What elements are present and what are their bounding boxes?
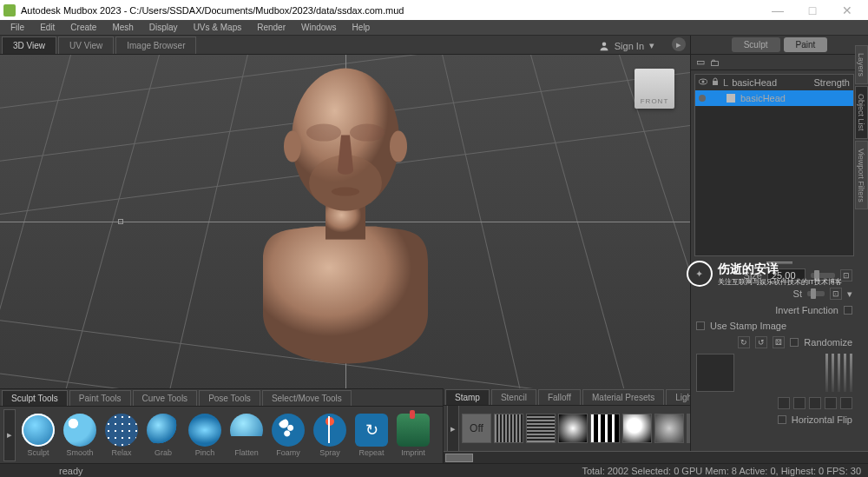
shelf-scroll-left[interactable]: ▸ [3, 409, 16, 461]
invert-checkbox[interactable] [844, 306, 852, 315]
minimize-button[interactable]: — [760, 1, 795, 20]
tool-grab[interactable]: Grab [144, 414, 182, 457]
menu-windows[interactable]: Windows [294, 21, 344, 34]
tab-3d-view[interactable]: 3D View [2, 36, 56, 54]
stamp-preset-4[interactable] [590, 414, 620, 443]
randomize-icon[interactable]: ⚄ [773, 336, 785, 348]
tab-uv-view[interactable]: UV View [58, 36, 114, 54]
tool-pinch[interactable]: Pinch [186, 414, 224, 457]
menu-uvs-maps[interactable]: UVs & Maps [187, 21, 249, 34]
stamp-opt-4[interactable] [825, 397, 837, 409]
stamp-option-icons [778, 397, 852, 409]
tool-sculpt[interactable]: Sculpt [19, 414, 57, 457]
side-tab-object-list[interactable]: Object List [855, 86, 868, 139]
grab-icon [147, 414, 180, 447]
watermark-subtitle: 关注互联网与娱乐软件技术的IT技术博客 [718, 277, 842, 287]
foamy-icon [272, 414, 305, 447]
shelf-tab-pose[interactable]: Pose Tools [199, 390, 260, 406]
stamp-opt-1[interactable] [778, 397, 790, 409]
rotate-cw-icon[interactable]: ↻ [738, 336, 750, 348]
randomize-label: Randomize [804, 337, 852, 348]
use-stamp-checkbox[interactable] [696, 321, 705, 330]
spray-icon [313, 414, 346, 447]
person-icon [599, 41, 609, 51]
tool-repeat[interactable]: Repeat [352, 414, 391, 457]
layer-toolbar: ▭ 🗀 [691, 55, 868, 70]
view-cube[interactable]: FRONT [635, 69, 674, 109]
tool-imprint[interactable]: Imprint [394, 414, 432, 457]
hflip-checkbox[interactable] [778, 415, 786, 424]
tool-foamy[interactable]: Foamy [269, 414, 307, 457]
rotate-ccw-icon[interactable]: ↺ [755, 336, 767, 348]
menu-file[interactable]: File [3, 21, 31, 34]
shelf-tab-paint[interactable]: Paint Tools [69, 390, 131, 406]
strength-caret[interactable]: ▾ [847, 288, 852, 300]
size-lock-icon[interactable]: ⊡ [840, 269, 852, 282]
stamp-scroll-left[interactable]: ▸ [447, 406, 459, 451]
window-title: Autodesk Mudbox 2023 - C:/Users/SSDAX/Do… [21, 5, 760, 16]
strength-label-short: St [793, 288, 802, 299]
close-button[interactable]: ✕ [830, 1, 865, 20]
eye-icon[interactable] [699, 77, 707, 88]
watermark-logo: ✦ [687, 261, 713, 287]
tool-spray[interactable]: Spray [311, 414, 349, 457]
menu-create[interactable]: Create [63, 21, 103, 34]
menu-render[interactable]: Render [250, 21, 293, 34]
tool-relax[interactable]: Relax [102, 414, 141, 457]
object-list-header: L basicHead Strength [695, 75, 853, 90]
mesh-basic-head[interactable] [246, 55, 445, 366]
stamp-tab-material[interactable]: Material Presets [582, 389, 664, 405]
menu-help[interactable]: Help [345, 21, 378, 34]
randomize-checkbox[interactable] [790, 338, 799, 347]
row-visibility-dot[interactable] [699, 95, 706, 102]
object-header-name: basicHead [732, 77, 777, 88]
menu-edit[interactable]: Edit [33, 21, 62, 34]
stamp-tab-stamp[interactable]: Stamp [445, 389, 490, 405]
stamp-tab-stencil[interactable]: Stencil [491, 389, 536, 405]
folder-icon[interactable]: 🗀 [710, 57, 720, 68]
lock-icon[interactable] [711, 77, 720, 88]
new-layer-icon[interactable]: ▭ [696, 56, 705, 68]
properties-panel: Sculpt Paint ▭ 🗀 L basicHead Strength ba… [690, 36, 868, 463]
object-header-strength: Strength [813, 77, 850, 88]
tool-flatten[interactable]: Flatten [227, 414, 266, 457]
stamp-preset-1[interactable] [494, 414, 523, 443]
stamp-scrollbar[interactable] [444, 451, 868, 463]
tab-image-browser[interactable]: Image Browser [115, 36, 196, 54]
maximize-button[interactable]: □ [795, 1, 830, 20]
stamp-preset-6[interactable] [654, 414, 684, 443]
stamp-preset-5[interactable] [622, 414, 652, 443]
menu-mesh[interactable]: Mesh [105, 21, 140, 34]
stamp-preset-2[interactable] [526, 414, 556, 443]
smooth-icon [63, 414, 96, 447]
status-ready: ready [59, 466, 83, 476]
mode-tab-paint[interactable]: Paint [784, 37, 828, 52]
stamp-preview[interactable] [696, 354, 734, 392]
stamp-opt-5[interactable] [840, 397, 852, 409]
stamp-preset-3[interactable] [558, 414, 588, 443]
object-list: L basicHead Strength basicHead [694, 74, 854, 256]
sign-in-button[interactable]: Sign In ▾ [587, 37, 667, 54]
shelf-tab-curve[interactable]: Curve Tools [133, 390, 198, 406]
stamp-tab-falloff[interactable]: Falloff [538, 389, 581, 405]
object-row-basichead[interactable]: basicHead [695, 90, 853, 106]
shelf-tab-sculpt[interactable]: Sculpt Tools [2, 390, 68, 406]
stamp-opt-3[interactable] [809, 397, 821, 409]
panel-expand-button[interactable]: ▸ [672, 37, 686, 51]
pivot-marker [118, 219, 123, 224]
mode-tab-sculpt[interactable]: Sculpt [732, 37, 780, 52]
stamp-opt-2[interactable] [793, 397, 806, 409]
stamp-sliders[interactable] [825, 354, 852, 392]
menu-display[interactable]: Display [142, 21, 185, 34]
stamp-off[interactable]: Off [462, 414, 491, 443]
strength-slider[interactable] [807, 291, 825, 296]
viewport-3d[interactable]: FRONT [0, 55, 690, 388]
svg-rect-23 [713, 81, 718, 85]
side-tab-layers[interactable]: Layers [855, 45, 868, 84]
side-tab-viewport-filters[interactable]: Viewport Filters [855, 141, 868, 210]
use-stamp-label: Use Stamp Image [710, 321, 786, 331]
repeat-icon [355, 414, 388, 447]
tool-smooth[interactable]: Smooth [61, 414, 99, 457]
shelf-tab-select[interactable]: Select/Move Tools [262, 390, 352, 406]
strength-lock-icon[interactable]: ⊡ [830, 288, 842, 300]
